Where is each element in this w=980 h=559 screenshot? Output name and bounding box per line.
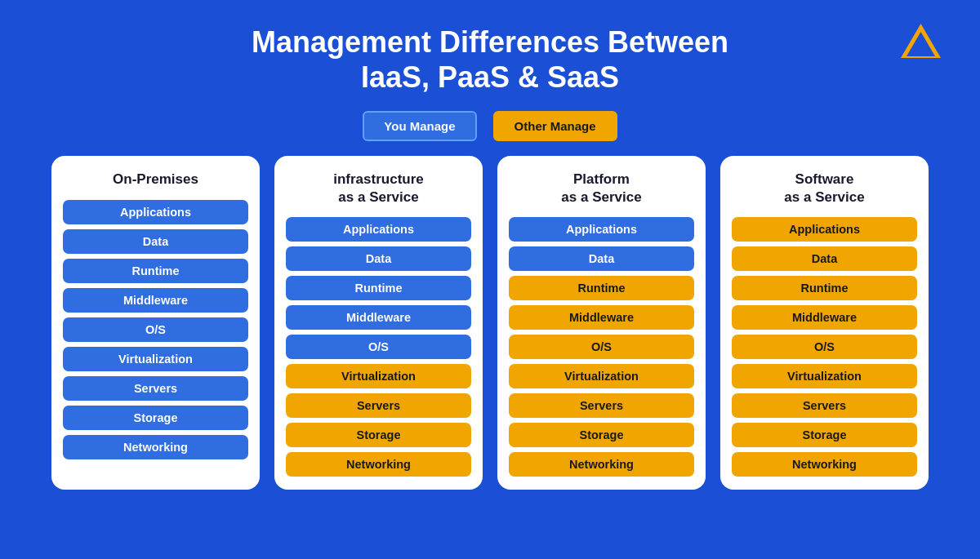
item-badge-o-s-on-premises: O/S	[63, 317, 248, 342]
item-badge-networking-paas: Networking	[509, 452, 694, 477]
item-badge-virtualization-iaas: Virtualization	[286, 364, 471, 388]
item-badge-o-s-saas: O/S	[732, 335, 917, 359]
column-title-on-premises: On-Premises	[113, 171, 198, 188]
item-badge-middleware-on-premises: Middleware	[63, 288, 248, 313]
item-badge-servers-iaas: Servers	[286, 393, 471, 418]
item-badge-middleware-paas: Middleware	[509, 305, 694, 330]
item-badge-applications-iaas: Applications	[286, 217, 471, 242]
item-badge-applications-paas: Applications	[509, 217, 694, 242]
column-card-paas: Platformas a ServiceApplicationsDataRunt…	[497, 156, 706, 490]
page-title: Management Differences Between IaaS, Paa…	[252, 24, 728, 95]
column-title-saas: Softwareas a Service	[784, 171, 864, 206]
item-badge-runtime-saas: Runtime	[732, 276, 917, 300]
logo-icon	[898, 20, 943, 61]
item-badge-applications-on-premises: Applications	[63, 200, 248, 224]
column-card-iaas: infrastructureas a ServiceApplicationsDa…	[274, 156, 483, 490]
column-title-paas: Platformas a Service	[561, 171, 641, 206]
item-badge-virtualization-paas: Virtualization	[509, 364, 694, 388]
item-badge-data-on-premises: Data	[63, 229, 248, 254]
item-badge-networking-on-premises: Networking	[63, 435, 248, 459]
item-badge-servers-saas: Servers	[732, 393, 917, 418]
item-badge-virtualization-saas: Virtualization	[732, 364, 917, 388]
item-badge-virtualization-on-premises: Virtualization	[63, 347, 248, 371]
item-badge-middleware-iaas: Middleware	[286, 305, 471, 330]
item-badge-storage-iaas: Storage	[286, 423, 471, 447]
item-list-paas: ApplicationsDataRuntimeMiddlewareO/SVirt…	[509, 217, 694, 477]
item-badge-middleware-saas: Middleware	[732, 305, 917, 330]
item-badge-applications-saas: Applications	[732, 217, 917, 242]
item-badge-data-saas: Data	[732, 246, 917, 271]
item-badge-servers-paas: Servers	[509, 393, 694, 418]
item-list-iaas: ApplicationsDataRuntimeMiddlewareO/SVirt…	[286, 217, 471, 477]
item-badge-data-paas: Data	[509, 246, 694, 271]
item-badge-storage-saas: Storage	[732, 423, 917, 447]
item-badge-storage-paas: Storage	[509, 423, 694, 447]
legend-row: You Manage Other Manage	[363, 111, 617, 141]
item-badge-networking-saas: Networking	[732, 452, 917, 477]
item-badge-servers-on-premises: Servers	[63, 376, 248, 401]
item-badge-o-s-iaas: O/S	[286, 335, 471, 359]
item-badge-storage-on-premises: Storage	[63, 406, 248, 430]
item-badge-runtime-on-premises: Runtime	[63, 259, 248, 283]
item-badge-networking-iaas: Networking	[286, 452, 471, 477]
legend-other-manage: Other Manage	[493, 111, 617, 141]
column-card-on-premises: On-PremisesApplicationsDataRuntimeMiddle…	[51, 156, 260, 490]
columns-row: On-PremisesApplicationsDataRuntimeMiddle…	[33, 156, 947, 490]
main-container: Management Differences Between IaaS, Paa…	[0, 0, 980, 559]
column-card-saas: Softwareas a ServiceApplicationsDataRunt…	[720, 156, 929, 490]
item-badge-o-s-paas: O/S	[509, 335, 694, 359]
column-title-iaas: infrastructureas a Service	[333, 171, 424, 206]
item-badge-data-iaas: Data	[286, 246, 471, 271]
item-badge-runtime-paas: Runtime	[509, 276, 694, 300]
legend-you-manage: You Manage	[363, 111, 476, 141]
item-list-saas: ApplicationsDataRuntimeMiddlewareO/SVirt…	[732, 217, 917, 477]
item-badge-runtime-iaas: Runtime	[286, 276, 471, 300]
item-list-on-premises: ApplicationsDataRuntimeMiddlewareO/SVirt…	[63, 200, 248, 459]
